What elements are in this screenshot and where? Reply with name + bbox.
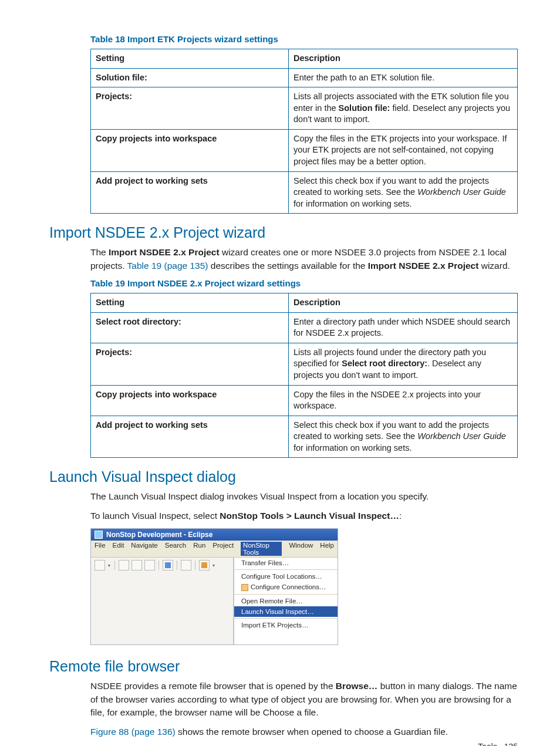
- toolbar-separator: [177, 561, 177, 570]
- eclipse-titlebar: NonStop Development - Eclipse: [91, 529, 338, 541]
- menu-run[interactable]: Run: [193, 542, 205, 556]
- connections-icon: [241, 584, 248, 591]
- footer-section: Tools: [478, 742, 497, 746]
- para-launch-2-pre: To launch Visual Inspect, select: [90, 511, 220, 521]
- menu-search[interactable]: Search: [165, 542, 186, 556]
- toolbar-separator: [195, 561, 195, 570]
- dd-launch-visual-inspect[interactable]: Launch Visual Inspect…: [234, 606, 338, 617]
- table-19-head-description: Description: [289, 293, 518, 313]
- para-launch-2-post: :: [399, 511, 402, 521]
- page-footer: Tools 135: [478, 742, 518, 746]
- table-18-r4-c1: Add project to working sets: [91, 171, 289, 214]
- build-icon[interactable]: [163, 560, 173, 571]
- nonstop-tools-dropdown: Transfer Files… Configure Tool Locations…: [234, 558, 338, 644]
- dropdown-separator: [234, 569, 338, 570]
- table-18-r2-c2: Lists all projects associated with the E…: [289, 87, 518, 130]
- para-remote-1: NSDEE provides a remote file browser tha…: [90, 680, 518, 719]
- dd-open-remote-file[interactable]: Open Remote File…: [234, 596, 338, 606]
- para-remote-2: Figure 88 (page 136) shows the remote br…: [90, 725, 518, 738]
- tool-dropdown-icon[interactable]: ▾: [212, 561, 215, 570]
- dd-transfer-files[interactable]: Transfer Files…: [234, 558, 338, 568]
- table-18-r3-c2: Copy the files in the ETK projects into …: [289, 129, 518, 171]
- eclipse-app-icon: [95, 531, 103, 539]
- table-18-r4-c2: Select this check box if you want to add…: [289, 171, 518, 214]
- heading-launch-visual-inspect: Launch Visual Inspect dialog: [49, 468, 518, 485]
- para-import-mid2: describes the settings available for the: [208, 261, 368, 271]
- table-19-r3-c1: Copy projects into workspace: [91, 385, 289, 416]
- menu-nonstop-tools[interactable]: NonStop Tools: [241, 542, 282, 556]
- table-18-r2-c1: Projects:: [91, 87, 289, 130]
- dropdown-separator: [234, 594, 338, 595]
- footer-page-number: 135: [504, 742, 518, 746]
- para-import-bold2: Import NSDEE 2.x Project: [368, 261, 479, 271]
- toolbar-separator: [158, 561, 159, 570]
- new-icon[interactable]: [95, 560, 105, 571]
- save-all-icon[interactable]: [131, 560, 142, 571]
- menu-window[interactable]: Window: [289, 542, 313, 556]
- table-19-r2-bold: Select root directory:: [342, 359, 427, 368]
- para-import-bold1: Import NSDEE 2.x Project: [109, 247, 220, 257]
- save-icon[interactable]: [119, 560, 129, 571]
- menu-file[interactable]: File: [95, 542, 106, 556]
- table-19: Setting Description Select root director…: [90, 293, 518, 458]
- para-remote-1-bold: Browse…: [336, 681, 378, 691]
- dd-configure-tool-locations[interactable]: Configure Tool Locations…: [234, 571, 338, 582]
- dd-import-etk-projects[interactable]: Import ETK Projects…: [234, 620, 338, 630]
- menu-help[interactable]: Help: [320, 542, 334, 556]
- table-18-r4-post: for information on working sets.: [294, 199, 411, 208]
- table-18-head-setting: Setting: [91, 49, 289, 69]
- table-19-head-setting: Setting: [91, 293, 289, 313]
- eclipse-title: NonStop Development - Eclipse: [106, 531, 212, 539]
- table-19-r4-post: for information on working sets.: [294, 443, 411, 453]
- table-18-r3-c1: Copy projects into workspace: [91, 129, 289, 171]
- para-launch-2-bold: NonStop Tools > Launch Visual Inspect…: [220, 511, 399, 521]
- debug-icon[interactable]: [181, 560, 191, 571]
- heading-import-nsdee: Import NSDEE 2.x Project wizard: [49, 224, 518, 241]
- para-launch-1: The Launch Visual Inspect dialog invokes…: [90, 490, 518, 503]
- table-18: Setting Description Solution file: Enter…: [90, 49, 518, 214]
- table-18-head-description: Description: [289, 49, 518, 69]
- link-figure-88[interactable]: Figure 88 (page 136): [90, 727, 176, 737]
- toolbar-separator: [114, 561, 115, 570]
- para-import-pre: The: [90, 247, 109, 257]
- table-19-r3-c2: Copy the files in the NSDEE 2.x projects…: [289, 385, 518, 416]
- heading-remote-file-browser: Remote file browser: [49, 658, 518, 675]
- eclipse-menubar: File Edit Navigate Search Run Project No…: [91, 541, 338, 558]
- print-icon[interactable]: [144, 560, 155, 571]
- table-19-r4-italic: Workbench User Guide: [417, 431, 506, 441]
- table-19-caption: Table 19 Import NSDEE 2.x Project wizard…: [90, 278, 518, 288]
- table-19-r1-c1: Select root directory:: [91, 312, 289, 343]
- para-remote-1-pre: NSDEE provides a remote file browser tha…: [90, 681, 336, 691]
- para-import-nsdee: The Import NSDEE 2.x Project wizard crea…: [90, 246, 518, 272]
- table-19-r2-c1: Projects:: [91, 343, 289, 385]
- new-dropdown-icon[interactable]: ▾: [107, 561, 111, 570]
- eclipse-screenshot: NonStop Development - Eclipse File Edit …: [90, 528, 338, 645]
- table-18-r1-c1: Solution file:: [91, 68, 289, 87]
- para-launch-2: To launch Visual Inspect, select NonStop…: [90, 509, 518, 522]
- table-18-caption: Table 18 Import ETK Projects wizard sett…: [90, 34, 518, 44]
- table-18-r2-bold: Solution file:: [339, 103, 390, 113]
- menu-navigate[interactable]: Navigate: [131, 542, 157, 556]
- table-19-r2-c2: Lists all projects found under the direc…: [289, 343, 518, 385]
- table-18-r4-italic: Workbench User Guide: [417, 187, 506, 197]
- table-19-r4-c2: Select this check box if you want to add…: [289, 416, 518, 458]
- link-table-19[interactable]: Table 19 (page 135): [127, 261, 208, 271]
- dd-configure-connections-label: Configure Connections…: [251, 583, 326, 590]
- table-19-r1-c2: Enter a directory path under which NSDEE…: [289, 312, 518, 343]
- dd-configure-connections[interactable]: Configure Connections…: [234, 582, 338, 593]
- menu-project[interactable]: Project: [212, 542, 234, 556]
- eclipse-toolbar: ▾ ▾: [91, 558, 234, 644]
- para-remote-2-post: shows the remote browser when opened to …: [176, 727, 448, 737]
- tool-icon[interactable]: [199, 560, 210, 571]
- menu-edit[interactable]: Edit: [113, 542, 124, 556]
- table-19-r4-c1: Add project to working sets: [91, 416, 289, 458]
- para-import-post: wizard.: [478, 261, 510, 271]
- table-18-r1-c2: Enter the path to an ETK solution file.: [289, 68, 518, 87]
- dropdown-separator: [234, 618, 338, 619]
